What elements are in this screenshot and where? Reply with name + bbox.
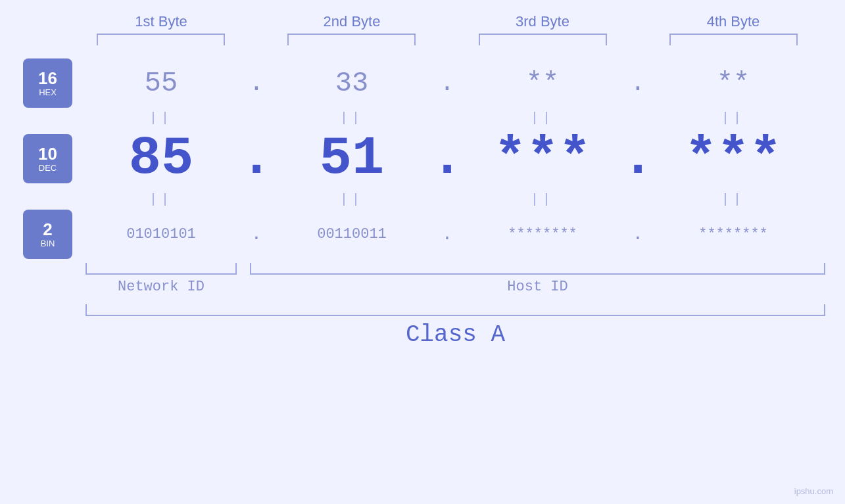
bin-badge-label: BIN: [41, 239, 55, 248]
eq2-b2: ||: [279, 192, 424, 207]
network-bottom-bracket: [85, 263, 237, 275]
bin-sep2: .: [431, 224, 464, 244]
host-bottom-bracket: [250, 263, 825, 275]
hex-byte4: **: [661, 68, 806, 99]
eq1-b4: ||: [661, 110, 806, 126]
hex-byte2: 33: [279, 68, 424, 99]
host-id-label: Host ID: [250, 279, 825, 295]
bracket-byte2: [287, 34, 416, 45]
bin-sep1: .: [240, 224, 273, 244]
dec-sep2: .: [431, 128, 464, 189]
bin-sep3: .: [621, 224, 654, 244]
byte2-header: 2nd Byte: [279, 13, 424, 30]
dec-byte2: 51: [279, 132, 424, 186]
hex-byte3: **: [470, 68, 615, 99]
hex-sep2: .: [431, 69, 464, 97]
dec-sep1: .: [240, 128, 273, 189]
eq2-b1: ||: [89, 192, 233, 207]
bin-byte3: ********: [470, 226, 615, 242]
eq2-b3: ||: [470, 192, 615, 207]
dec-badge-num: 10: [38, 145, 57, 164]
hex-badge-label: HEX: [39, 87, 57, 97]
byte4-header: 4th Byte: [661, 13, 806, 30]
hex-badge: 16 HEX: [23, 58, 72, 108]
main-container: 1st Byte 2nd Byte 3rd Byte 4th Byte 16 H…: [0, 0, 845, 504]
bracket-byte3: [479, 34, 607, 45]
dec-badge-label: DEC: [39, 163, 57, 173]
hex-byte1: 55: [89, 68, 233, 99]
hex-badge-col: 16 HEX: [0, 58, 85, 108]
bracket-byte1: [97, 34, 225, 45]
class-label: Class A: [85, 321, 825, 348]
dec-badge-col: 10 DEC: [0, 134, 85, 183]
network-id-label: Network ID: [85, 279, 237, 295]
hex-sep1: .: [240, 69, 273, 97]
dec-byte1: 85: [89, 132, 233, 186]
bin-badge-col: 2 BIN: [0, 210, 85, 259]
watermark: ipshu.com: [794, 486, 833, 496]
class-bottom-bracket: [85, 304, 825, 316]
bin-badge: 2 BIN: [23, 210, 72, 259]
bracket-byte4: [669, 34, 798, 45]
bin-byte1: 01010101: [89, 226, 233, 242]
dec-sep3: .: [621, 128, 654, 189]
bin-byte4: ********: [661, 226, 806, 242]
eq1-b2: ||: [279, 110, 424, 126]
dec-byte3: ***: [470, 132, 615, 186]
eq1-b3: ||: [470, 110, 615, 126]
hex-badge-num: 16: [38, 69, 57, 88]
byte3-header: 3rd Byte: [470, 13, 615, 30]
bin-byte2: 00110011: [279, 226, 424, 242]
dec-byte4: ***: [661, 132, 806, 186]
hex-sep3: .: [621, 69, 654, 97]
byte1-header: 1st Byte: [89, 13, 233, 30]
bin-badge-num: 2: [43, 220, 52, 239]
eq2-b4: ||: [661, 192, 806, 207]
eq1-b1: ||: [89, 110, 233, 126]
dec-badge: 10 DEC: [23, 134, 72, 183]
